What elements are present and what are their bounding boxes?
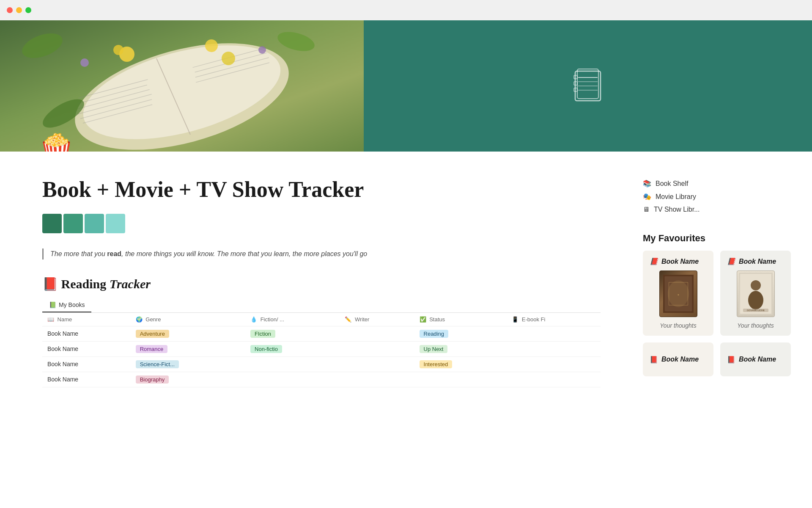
cell-status: Reading	[414, 326, 507, 341]
nav-item-tvshow[interactable]: 🖥 TV Show Libr...	[643, 203, 791, 216]
popcorn-icon: 🍿	[38, 135, 75, 152]
page-title: Book + Movie + TV Show Tracker	[42, 177, 601, 202]
swatch-1	[42, 214, 62, 233]
swatch-3	[85, 214, 104, 233]
cell-genre: Adventure	[131, 326, 245, 341]
books-table: 📖 Name 🌍 Genre 💧 Fiction/ ... ✏️ Writer …	[42, 313, 601, 387]
fav-card-1-thoughts: Your thoughts	[650, 322, 707, 329]
color-swatches	[42, 214, 601, 233]
bookshelf-icon: 📚	[643, 179, 651, 188]
fav-card-4-title: Book Name	[739, 356, 776, 363]
svg-point-17	[222, 52, 235, 65]
tab-mybooks[interactable]: 📗 My Books	[42, 298, 91, 312]
reading-tracker-header: 📕 Reading Tracker	[42, 276, 601, 291]
cell-writer	[340, 341, 414, 356]
tv-icon: 🖥	[643, 206, 650, 213]
hero-banner: 🍿	[0, 20, 812, 152]
cell-ebook	[507, 326, 601, 341]
maximize-button[interactable]	[25, 7, 31, 13]
cell-status: Interested	[414, 356, 507, 372]
fav-card-2-thoughts: Your thoughts	[727, 322, 784, 329]
fav-book-cover-2: GIOVANNI LEONE	[737, 271, 775, 317]
fav-card-2-title: 📕 Book Name	[727, 257, 784, 265]
fav-card-3-title: Book Name	[661, 356, 699, 363]
hero-green-panel	[364, 20, 812, 152]
table-header-row: 📖 Name 🌍 Genre 💧 Fiction/ ... ✏️ Writer …	[42, 313, 601, 326]
right-panel: 📚 Book Shelf 🎭 Movie Library 🖥 TV Show L…	[634, 152, 812, 404]
cell-ebook	[507, 356, 601, 372]
cell-ebook	[507, 372, 601, 387]
cell-name: Book Name	[42, 326, 131, 341]
cell-fiction	[245, 372, 340, 387]
tab-icon: 📗	[49, 301, 56, 308]
nav-item-movielibrary[interactable]: 🎭 Movie Library	[643, 190, 791, 203]
svg-text:✦: ✦	[677, 293, 680, 297]
svg-point-40	[748, 291, 763, 309]
svg-point-19	[258, 46, 266, 54]
minimize-button[interactable]	[16, 7, 22, 13]
cell-writer	[340, 372, 414, 387]
cell-writer	[340, 326, 414, 341]
fav-card-1-title: 📕 Book Name	[650, 257, 707, 265]
col-ebook: 📱 E-book Fi	[507, 313, 601, 326]
fav-book-cover-1: ✦	[659, 271, 697, 317]
cell-ebook	[507, 341, 601, 356]
cell-status	[414, 372, 507, 387]
svg-rect-24	[577, 69, 598, 99]
hero-photo: 🍿	[0, 20, 364, 152]
swatch-2	[63, 214, 83, 233]
fav-book-emoji-1: 📕	[650, 257, 658, 265]
col-genre: 🌍 Genre	[131, 313, 245, 326]
cell-fiction: Non-fictio	[245, 341, 340, 356]
tabs-bar: 📗 My Books	[42, 298, 601, 313]
table-row[interactable]: Book Name Romance Non-fictio Up Next	[42, 341, 601, 356]
svg-point-39	[751, 280, 761, 290]
svg-point-16	[205, 39, 218, 52]
nav-item-bookshelf[interactable]: 📚 Book Shelf	[643, 177, 791, 190]
cell-fiction: FIction	[245, 326, 340, 341]
cell-writer	[340, 356, 414, 372]
table-row[interactable]: Book Name Biography	[42, 372, 601, 387]
titlebar	[0, 0, 812, 20]
section-icon: 📕	[42, 277, 58, 291]
table-row[interactable]: Book Name Adventure FIction Reading	[42, 326, 601, 341]
close-button[interactable]	[7, 7, 13, 13]
cell-genre: Biography	[131, 372, 245, 387]
main-content: Book + Movie + TV Show Tracker The more …	[0, 152, 812, 404]
fav-card-2[interactable]: 📕 Book Name GIOVANNI LEONE Yo	[720, 251, 791, 336]
fav-book-emoji-4: 📕	[727, 356, 735, 364]
swatch-4	[106, 214, 125, 233]
fav-card-1[interactable]: 📕 Book Name ✦ Your thoughts	[643, 251, 713, 336]
cell-name: Book Name	[42, 341, 131, 356]
table-row[interactable]: Book Name Science-Fict... Interested	[42, 356, 601, 372]
cell-name: Book Name	[42, 356, 131, 372]
svg-point-18	[80, 58, 89, 67]
cell-name: Book Name	[42, 372, 131, 387]
cell-genre: Science-Fict...	[131, 356, 245, 372]
quote-block: The more that you read, the more things …	[42, 248, 601, 260]
col-name: 📖 Name	[42, 313, 131, 326]
favourites-title: My Favourites	[643, 233, 791, 244]
right-nav: 📚 Book Shelf 🎭 Movie Library 🖥 TV Show L…	[643, 168, 791, 216]
left-panel: Book + Movie + TV Show Tracker The more …	[0, 152, 634, 404]
cell-status: Up Next	[414, 341, 507, 356]
movie-icon: 🎭	[643, 193, 651, 201]
svg-point-15	[113, 45, 123, 55]
fav-book-emoji-3: 📕	[650, 356, 658, 364]
reading-tracker-title: 📕 Reading Tracker	[42, 276, 601, 291]
cell-fiction	[245, 356, 340, 372]
col-status: ✅ Status	[414, 313, 507, 326]
favourites-grid: 📕 Book Name ✦ Your thoughts	[643, 251, 791, 376]
film-book-icon	[567, 65, 609, 107]
fav-card-3[interactable]: 📕 Book Name	[643, 342, 713, 376]
fav-book-emoji-2: 📕	[727, 257, 735, 265]
cell-genre: Romance	[131, 341, 245, 356]
fav-card-4[interactable]: 📕 Book Name	[720, 342, 791, 376]
svg-text:GIOVANNI LEONE: GIOVANNI LEONE	[746, 309, 765, 312]
col-writer: ✏️ Writer	[340, 313, 414, 326]
col-fiction: 💧 Fiction/ ...	[245, 313, 340, 326]
